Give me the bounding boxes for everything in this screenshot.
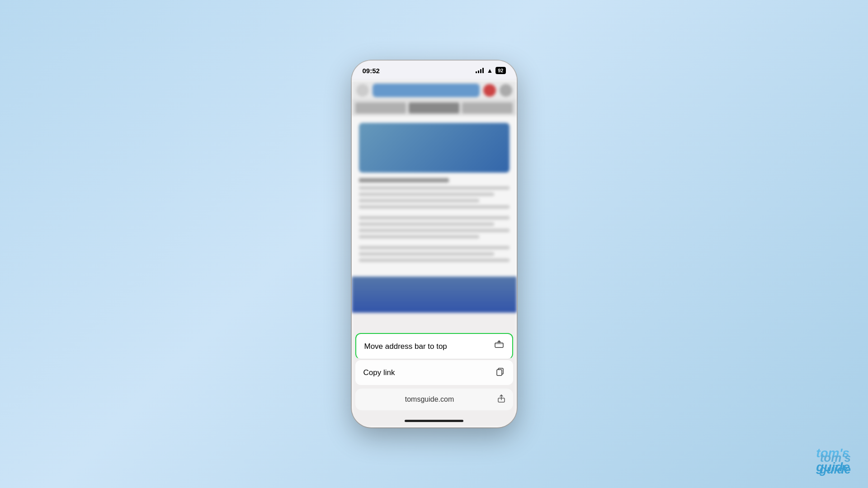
text-line	[359, 229, 509, 232]
watermark-text-line1: tom's	[820, 452, 851, 464]
phone-frame: 09:52 ▲ 92	[352, 61, 517, 427]
watermark-text-line2: guide	[820, 464, 851, 475]
move-address-bar-icon	[494, 340, 504, 352]
wifi-icon: ▲	[486, 67, 493, 74]
article-paragraph-2	[359, 216, 509, 239]
share-icon[interactable]	[497, 394, 506, 405]
signal-bar-2	[478, 70, 479, 73]
move-address-bar-menu-item[interactable]: Move address bar to top	[355, 333, 513, 359]
address-bar[interactable]: tomsguide.com	[355, 389, 513, 410]
article-title	[359, 178, 449, 183]
url-bar	[373, 84, 480, 97]
text-line	[359, 199, 479, 202]
status-icons: ▲ 92	[476, 67, 505, 74]
signal-bar-3	[480, 69, 481, 73]
article-paragraph-3	[359, 246, 509, 262]
toms-guide-watermark: tom's guide	[820, 452, 851, 475]
signal-bar-1	[476, 71, 477, 73]
text-line	[359, 252, 495, 256]
menu-button-icon	[500, 84, 512, 97]
copy-link-icon	[495, 366, 505, 379]
home-bar	[405, 420, 463, 422]
copy-link-label: Copy link	[363, 368, 395, 377]
home-indicator	[352, 414, 517, 427]
move-address-bar-label: Move address bar to top	[364, 342, 447, 351]
context-menu: Move address bar to top Copy link	[355, 333, 513, 385]
copy-link-menu-item[interactable]: Copy link	[355, 360, 513, 385]
status-bar: 09:52 ▲ 92	[352, 61, 517, 80]
browser-tab-1	[355, 103, 406, 113]
text-line	[359, 222, 495, 226]
copy-link-icon-svg	[495, 366, 505, 376]
text-line	[359, 205, 509, 209]
article-area	[352, 116, 517, 277]
share-icon-svg	[497, 394, 506, 403]
signal-bar-4	[482, 68, 484, 73]
text-line	[359, 235, 479, 239]
article-bottom-image	[352, 277, 517, 313]
browser-tabs	[352, 100, 517, 116]
text-line	[359, 186, 509, 190]
article-image	[359, 123, 509, 173]
text-line	[359, 258, 509, 262]
battery-badge: 92	[495, 67, 505, 74]
bottom-sheet-overlay: Move address bar to top Copy link	[352, 333, 517, 427]
text-line	[359, 192, 495, 196]
record-button-icon	[483, 84, 496, 97]
text-line	[359, 246, 509, 249]
address-bar-url: tomsguide.com	[363, 395, 497, 404]
browser-tab-3	[462, 103, 513, 113]
signal-bars-icon	[476, 68, 484, 73]
status-time: 09:52	[363, 67, 380, 75]
browser-nav	[352, 80, 517, 100]
svg-rect-4	[497, 370, 502, 375]
move-address-icon-svg	[494, 340, 504, 350]
back-button-icon	[356, 84, 369, 97]
article-paragraph-1	[359, 186, 509, 209]
text-line	[359, 216, 509, 220]
browser-tab-2	[409, 103, 459, 113]
